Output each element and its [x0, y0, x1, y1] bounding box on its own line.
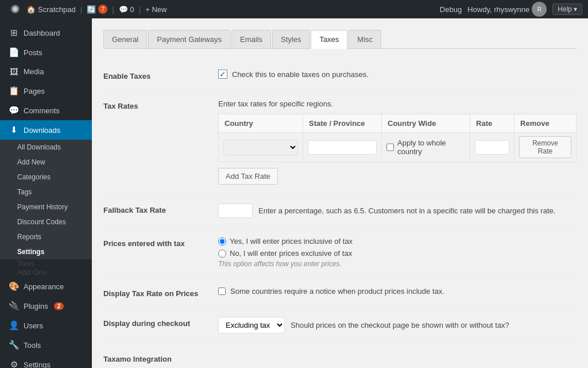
sidebar-item-label: Downloads: [24, 126, 60, 135]
fallback-tax-input[interactable]: [218, 204, 253, 218]
posts-icon: 📄: [9, 47, 19, 57]
tab-taxes[interactable]: Taxes: [311, 30, 347, 49]
sidebar-item-posts[interactable]: 📄 Posts: [0, 43, 92, 62]
tab-general[interactable]: General: [103, 30, 147, 48]
help-label: Help: [558, 5, 572, 13]
sidebar-item-label: Users: [24, 321, 43, 330]
tab-payment-gateways[interactable]: Payment Gateways: [148, 30, 230, 48]
sidebar-item-label: Comments: [24, 106, 60, 115]
sidebar-item-pages[interactable]: 📋 Pages: [0, 81, 92, 101]
prices-inclusive-label: Yes, I will enter prices inclusive of ta…: [230, 237, 353, 246]
country-select[interactable]: [223, 140, 298, 155]
sidebar-item-users[interactable]: 👤 Users: [0, 316, 92, 335]
display-checkout-row: Display during checkout Excluding taxInc…: [103, 308, 577, 343]
tab-styles[interactable]: Styles: [272, 30, 310, 48]
country-wide-label: Apply to whole country: [397, 139, 465, 156]
sidebar-submenu-tags[interactable]: Tags: [0, 185, 92, 200]
site-name[interactable]: 🏠 Scratchpad: [26, 5, 76, 14]
top-bar: ✺ 🏠 Scratchpad | 🔄 7 | 💬 0 | + New Debug…: [0, 0, 588, 18]
user-menu[interactable]: Howdy, rhyswynne R: [467, 2, 547, 17]
sidebar-submenu-discount-codes[interactable]: Discount Codes: [0, 214, 92, 229]
col-remove: Remove: [514, 114, 577, 133]
tab-misc[interactable]: Misc: [349, 30, 381, 48]
display-checkout-content: Excluding taxIncluding tax Should prices…: [218, 317, 577, 334]
display-checkout-select[interactable]: Excluding taxIncluding tax: [218, 317, 285, 334]
sidebar-item-label: Plugins: [24, 302, 48, 310]
prices-inclusive-radio[interactable]: [218, 237, 226, 246]
sidebar-item-comments[interactable]: 💬 Comments: [0, 101, 92, 120]
prices-exclusive-label: No, I will enter prices exclusive of tax: [230, 249, 352, 258]
sidebar-item-label: Pages: [24, 87, 45, 95]
sidebar-submenu-reports[interactable]: Reports: [0, 229, 92, 244]
sidebar-item-plugins[interactable]: 🔌 Plugins 2: [0, 296, 92, 316]
divider2: |: [112, 5, 114, 14]
settings-icon: ⚙: [9, 359, 19, 368]
checkmark-icon: ✓: [219, 70, 226, 79]
remove-rate-button[interactable]: Remove Rate: [519, 136, 571, 158]
media-icon: 🖼: [9, 67, 19, 76]
tax-rates-label: Tax Rates: [103, 99, 218, 110]
comments-menu[interactable]: 💬 0: [119, 5, 134, 14]
enable-taxes-description: Check this to enable taxes on purchases.: [232, 70, 369, 79]
sidebar-item-label: Appearance: [24, 282, 64, 291]
sidebar-item-label: Posts: [24, 48, 42, 57]
avatar: R: [532, 2, 547, 17]
display-checkout-description: Should prices on the checkout page be sh…: [291, 321, 509, 329]
divider3: |: [139, 5, 141, 14]
prices-tax-row: Prices entered with tax Yes, I will ente…: [103, 228, 577, 278]
sidebar-item-tools[interactable]: 🔧 Tools: [0, 335, 92, 355]
users-icon: 👤: [9, 320, 19, 331]
prices-inclusive-option: Yes, I will enter prices inclusive of ta…: [218, 237, 577, 246]
sidebar-submenu-categories[interactable]: Categories: [0, 170, 92, 185]
sidebar-tools[interactable]: Tools: [0, 259, 92, 268]
sidebar-item-media[interactable]: 🖼 Media: [0, 62, 92, 81]
sidebar-item-dashboard[interactable]: ⊞ Dashboard: [0, 23, 92, 43]
sidebar-addons[interactable]: Add Ons: [0, 268, 92, 277]
site-name-label: Scratchpad: [38, 5, 76, 14]
pages-icon: 📋: [9, 86, 19, 96]
fallback-tax-label: Fallback Tax Rate: [103, 204, 218, 214]
updates-menu[interactable]: 🔄 7: [87, 5, 107, 14]
wp-logo-icon: ✺: [6, 0, 24, 18]
divider: |: [80, 5, 82, 14]
sidebar-submenu-payment-history[interactable]: Payment History: [0, 200, 92, 214]
display-checkout-control: Excluding taxIncluding tax Should prices…: [218, 317, 577, 334]
sidebar-item-settings[interactable]: ⚙ Settings: [0, 355, 92, 368]
chevron-down-icon: ▾: [574, 5, 577, 13]
new-item-button[interactable]: + New: [145, 5, 167, 14]
enable-taxes-control: ✓ Check this to enable taxes on purchase…: [218, 70, 577, 79]
new-label: + New: [145, 5, 167, 14]
prices-exclusive-radio[interactable]: [218, 250, 226, 258]
sidebar-submenu-settings[interactable]: Settings: [0, 244, 92, 259]
downloads-icon: ⬇: [9, 125, 19, 135]
display-tax-rate-checkbox[interactable]: [218, 288, 226, 295]
sidebar-submenu-add-new[interactable]: Add New: [0, 155, 92, 170]
tab-emails[interactable]: Emails: [231, 30, 271, 48]
taxamo-integration-label: Taxamo Integration: [103, 352, 218, 363]
enable-taxes-checkbox[interactable]: ✓: [218, 70, 227, 79]
site-icon: 🏠: [26, 5, 36, 14]
tools-icon: 🔧: [9, 340, 19, 350]
main-content: General Payment Gateways Emails Styles T…: [92, 18, 588, 368]
updates-count: 7: [98, 5, 107, 14]
state-input[interactable]: [308, 140, 377, 155]
rate-cell: [470, 133, 514, 162]
display-tax-rate-label: Display Tax Rate on Prices: [103, 287, 218, 298]
country-wide-cell: Apply to whole country: [382, 133, 470, 162]
sidebar-submenu-all-downloads[interactable]: All Downloads: [0, 140, 92, 155]
debug-label[interactable]: Debug: [440, 5, 462, 14]
rate-input[interactable]: [475, 140, 509, 155]
tax-rates-description: Enter tax rates for specific regions.: [218, 99, 577, 108]
sidebar-item-label: Dashboard: [24, 29, 60, 37]
sidebar-item-downloads[interactable]: ⬇ Downloads: [0, 120, 92, 140]
add-tax-rate-button[interactable]: Add Tax Rate: [218, 168, 278, 185]
prices-exclusive-option: No, I will enter prices exclusive of tax: [218, 249, 577, 258]
sidebar-item-appearance[interactable]: 🎨 Appearance: [0, 277, 92, 296]
enable-taxes-row: Enable Taxes ✓ Check this to enable taxe…: [103, 60, 577, 90]
col-country-wide: Country Wide: [382, 114, 470, 133]
help-button[interactable]: Help ▾: [552, 3, 582, 15]
settings-tabs: General Payment Gateways Emails Styles T…: [103, 30, 577, 49]
country-wide-checkbox[interactable]: [386, 143, 394, 151]
tax-rates-table: Country State / Province Country Wide Ra…: [218, 114, 577, 162]
prices-tax-label: Prices entered with tax: [103, 237, 218, 248]
